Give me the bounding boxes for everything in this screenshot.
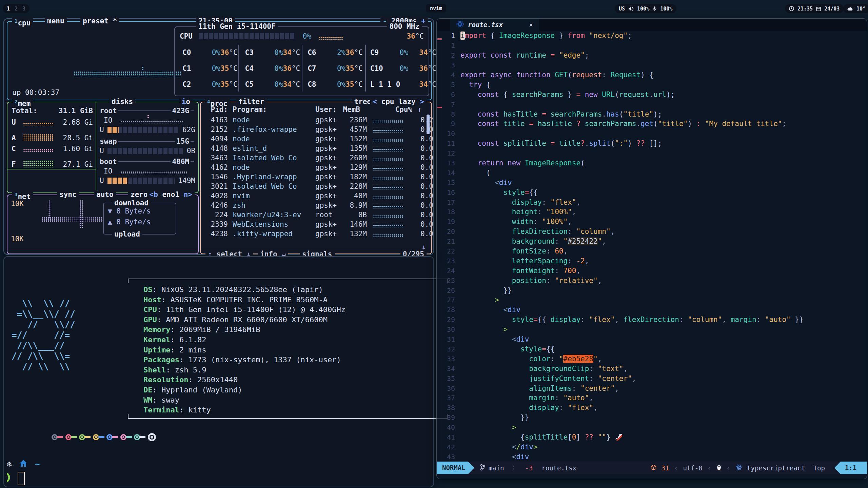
code-line: 34 backgroundClip: "text", <box>437 364 867 373</box>
code-line: 8 const hasTitle = searchParams.has("tit… <box>437 109 867 119</box>
line-number: 3 <box>437 61 460 69</box>
net-auto-button[interactable]: auto <box>94 190 116 199</box>
nvim-tabline: route.tsx × <box>437 19 867 31</box>
process-row[interactable]: 4094 node gpsk+ 152M 0.0 <box>203 134 433 144</box>
line-number: 30 <box>437 325 460 333</box>
sort-direction-icon[interactable]: ↑ <box>417 105 422 114</box>
code-text: > <box>460 423 516 431</box>
process-row[interactable]: 4028 nvim gpsk+ 40M 0.0 <box>203 191 433 201</box>
proc-scrollbar[interactable] <box>427 115 430 134</box>
line-number: 14 <box>437 169 460 177</box>
process-row[interactable]: 4162 node gpsk+ 129M 0.0 <box>203 163 433 172</box>
process-row[interactable]: 2152 .firefox-wrappe gpsk+ 457M 0.0 <box>203 125 433 134</box>
keyboard-layout[interactable]: US <box>619 6 625 12</box>
line-number: 27 <box>437 296 460 304</box>
code-line: 32 style={{ <box>437 344 867 354</box>
code-line: 20 flexDirection: "column", <box>437 227 867 237</box>
upload-speed: ▲ 0 Byte/s <box>108 218 151 226</box>
mem-row: C 1.60 Gi <box>7 143 96 154</box>
cpu-total-percent: 0% <box>294 32 311 41</box>
code-line: 35 justifyContent: "center", <box>437 373 867 383</box>
code-text: height: "100%", <box>460 208 576 216</box>
nixos-ascii-logo: \\ \\ // =\\__\\/ // // \\//=// //= //\\… <box>12 267 75 372</box>
net-interface-switcher[interactable]: <b eno1 n> <box>147 190 195 199</box>
code-line: 15 <div <box>437 178 867 187</box>
process-row[interactable]: 3463 Isolated Web Co gpsk+ 260M 0.0 <box>203 153 433 163</box>
workspace-number[interactable]: 3 <box>22 6 25 12</box>
fetch-entry: WM: sway <box>143 395 346 405</box>
code-line: 41 {splitTitle[0] ?? ""} <box>437 432 867 442</box>
process-row[interactable]: 1546 .Hyprland-wrapp gpsk+ 182M 0.0 <box>203 172 433 182</box>
net-scale-bottom: 10K <box>11 235 24 243</box>
btop-cpu-panel: 1cpu menu preset * 21:35:00 - 2000ms + u… <box>7 21 432 100</box>
btop-mem-panel: 2mem disks io Total:31.1 GiB U 2.68 Gi <box>7 102 199 193</box>
nvim-statusline: NORMAL main 〉 -3 route.tsx 31 ‹ utf-8 ‹ … <box>437 462 867 474</box>
prompt-path: ~ <box>35 460 40 469</box>
color-dots <box>47 432 170 443</box>
proc-rows: 4163 node gpsk+ 236M 0.2 2152 .firefox-w… <box>201 115 431 239</box>
cpu-model: 11th Gen i5-11400F <box>196 22 278 31</box>
nvim-cmdline[interactable] <box>437 474 867 479</box>
mode-indicator: NORMAL <box>437 462 474 474</box>
workspace-number[interactable]: 1 <box>7 6 10 12</box>
line-number: 35 <box>437 374 460 383</box>
line-number: 36 <box>437 384 460 392</box>
process-row[interactable]: 4238 .kitty-wrapped gpsk+ 132M 0.0 <box>203 229 433 239</box>
tab-close-button[interactable]: × <box>529 21 533 29</box>
tray-audio-pill[interactable]: US 100% 100% <box>615 4 676 13</box>
tray-weather-pill[interactable]: 10° <box>843 4 868 13</box>
volume-level: 100% <box>637 6 649 12</box>
net-sync-button[interactable]: sync <box>57 190 79 199</box>
cpu-core-grid: C0 0% 36°C C1 0% 35°C C2 0% <box>178 45 425 92</box>
nvim-tab-active[interactable]: route.tsx × <box>450 19 539 31</box>
mem-row-graph <box>23 149 54 152</box>
line-number: 31 <box>437 335 460 343</box>
disks-section: root423G IO U62G swap15G U0B boot486M IO… <box>96 102 198 192</box>
net-speed-box: download ▼ 0 Byte/s ▲ 0 Byte/s upload <box>103 203 176 235</box>
git-branch-name[interactable]: main <box>489 464 504 472</box>
fetch-entries: OS: NixOS 23.11.20240322.56528ee (Tapir)… <box>143 285 346 415</box>
code-line: 42 </div> <box>437 442 867 452</box>
code-buffer[interactable]: 1 import { ImageResponse } from "next/og… <box>437 31 867 462</box>
separator: 〉 <box>511 463 519 473</box>
workspace-number[interactable]: 2 <box>15 6 18 12</box>
line-number: 32 <box>437 345 460 353</box>
process-row[interactable]: 2339 WebExtensions gpsk+ 146M 0.0 <box>203 220 433 229</box>
workspace-switcher[interactable]: 123 <box>3 4 29 13</box>
code-text: > <box>460 296 499 304</box>
mem-total-row: Total:31.1 GiB <box>12 106 93 115</box>
btop-menu-button[interactable]: menu <box>45 17 67 25</box>
code-line: 16 style={{ <box>437 187 867 197</box>
git-diff-removed: -3 <box>525 464 533 472</box>
code-text: style={{ <box>460 345 555 353</box>
process-row[interactable]: 224 kworker/u24:3-ev root 0B 0.0 <box>203 210 433 220</box>
terminal-cursor[interactable] <box>18 472 25 485</box>
tray-clock-pill[interactable]: 21:35 24/03 <box>785 4 844 13</box>
line-number: 42 <box>437 443 460 451</box>
calendar-icon <box>816 6 821 11</box>
process-row[interactable]: 4163 node gpsk+ 236M 0.2 <box>203 115 433 125</box>
code-line: 18 height: "100%", <box>437 207 867 217</box>
code-line: 10 <box>437 129 867 139</box>
net-graph-spike <box>48 200 51 219</box>
cursor-location: 1:1 <box>834 462 867 474</box>
palette-connector <box>84 436 91 438</box>
btop-preset-button[interactable]: preset * <box>80 17 119 25</box>
active-window-title: nvim <box>430 5 442 12</box>
mem-row: F 27.1 Gi <box>7 154 96 169</box>
process-row[interactable]: 4148 eslint_d gpsk+ 135M 0.0 <box>203 144 433 153</box>
palette-connector <box>71 436 77 438</box>
code-line: 12 <box>437 148 867 158</box>
shell-prompt[interactable]: ❄ ~ <box>7 460 40 485</box>
code-line: 13 return new ImageResponse( <box>437 158 867 168</box>
line-number: 9 <box>437 120 460 128</box>
process-row[interactable]: 3021 Isolated Web Co gpsk+ 228M 0.0 <box>203 182 433 191</box>
plugin-count: 31 <box>661 464 669 472</box>
code-text: flexDirection: "column", <box>460 227 615 236</box>
process-row[interactable]: 4246 zsh gpsk+ 8.9M 0.0 <box>203 201 433 210</box>
mem-row: A 28.5 Gi <box>7 127 96 143</box>
tab-title: route.tsx <box>468 21 503 28</box>
code-line: 21 background: "#252422", <box>437 237 867 246</box>
code-line: 37 margin: "auto", <box>437 393 867 403</box>
line-number: 13 <box>437 159 460 167</box>
